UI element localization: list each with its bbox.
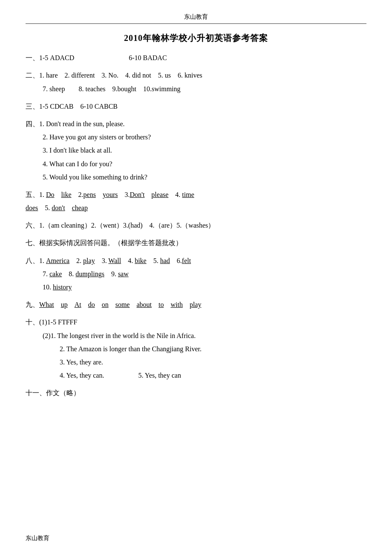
page-container: 东山教育 2010年翰林学校小升初英语参考答案 一、1-5 ADACD 6-10… <box>0 0 392 555</box>
san-line1: 三、1-5 CDCAB 6-10 CABCB <box>26 100 366 113</box>
footer-org: 东山教育 <box>26 535 49 541</box>
jiu-line1: 九、What up At do on some about to with pl… <box>26 298 366 311</box>
si-line3: 3. I don't like black at all. <box>26 144 366 157</box>
wu-line1: 五、1. Do like 2.pens yours 3.Don't please… <box>26 188 366 201</box>
si-intro: 四、1. Don't read in the sun, please. <box>26 117 366 130</box>
section-qi: 七、根据实际情况回答问题。（根据学生答题批改） <box>26 236 366 249</box>
shi-line2: (2)1. The longest river in the world is … <box>26 329 366 342</box>
qi-line1: 七、根据实际情况回答问题。（根据学生答题批改） <box>26 236 366 249</box>
label-yi: 一、1-5 ADACD 6-10 BADAC <box>26 54 167 61</box>
header-org: 东山教育 <box>184 14 208 20</box>
si-line4: 4. What can I do for you? <box>26 157 366 171</box>
shi-line3: 2. The Amazon is longer than the Changji… <box>26 342 366 356</box>
footer-area: 东山教育 <box>26 535 49 542</box>
section-wu: 五、1. Do like 2.pens yours 3.Don't please… <box>26 188 366 214</box>
section-shiyi: 十一、作文（略） <box>26 386 366 399</box>
section-yi: 一、1-5 ADACD 6-10 BADAC <box>26 52 366 64</box>
shi-line4: 3. Yes, they are. <box>26 356 366 369</box>
ba-line3: 10. history <box>26 280 366 294</box>
section-liu: 六、1.（am cleaning）2.（went）3.(had) 4.（are）… <box>26 219 366 232</box>
section-si: 四、1. Don't read in the sun, please. 2. H… <box>26 117 366 184</box>
ba-line2: 7. cake 8. dumplings 9. saw <box>26 267 366 280</box>
si-line5: 5. Would you like something to drink? <box>26 171 366 184</box>
er-line2: 7. sheep 8. teaches 9.bought 10.swimming <box>26 82 366 95</box>
section-san: 三、1-5 CDCAB 6-10 CABCB <box>26 100 366 113</box>
shi-line5: 4. Yes, they can. 5. Yes, they can <box>26 369 366 382</box>
section-ba: 八、1. America 2. play 3. Wall 4. bike 5. … <box>26 254 366 294</box>
section-er: 二、1. hare 2. different 3. No. 4. did not… <box>26 69 366 95</box>
header-area: 东山教育 <box>26 9 366 24</box>
liu-line1: 六、1.（am cleaning）2.（went）3.(had) 4.（are）… <box>26 219 366 232</box>
section-shi: 十、(1)1-5 FTFFF (2)1. The longest river i… <box>26 315 366 382</box>
main-title: 2010年翰林学校小升初英语参考答案 <box>26 32 366 44</box>
shiyi-line1: 十一、作文（略） <box>26 386 366 399</box>
ba-line1: 八、1. America 2. play 3. Wall 4. bike 5. … <box>26 254 366 267</box>
er-line1: 二、1. hare 2. different 3. No. 4. did not… <box>26 69 366 82</box>
shi-line1: 十、(1)1-5 FTFFF <box>26 315 366 329</box>
section-jiu: 九、What up At do on some about to with pl… <box>26 298 366 311</box>
si-line2: 2. Have you got any sisters or brothers? <box>26 130 366 144</box>
wu-line2: does 5. don't cheap <box>26 201 366 214</box>
